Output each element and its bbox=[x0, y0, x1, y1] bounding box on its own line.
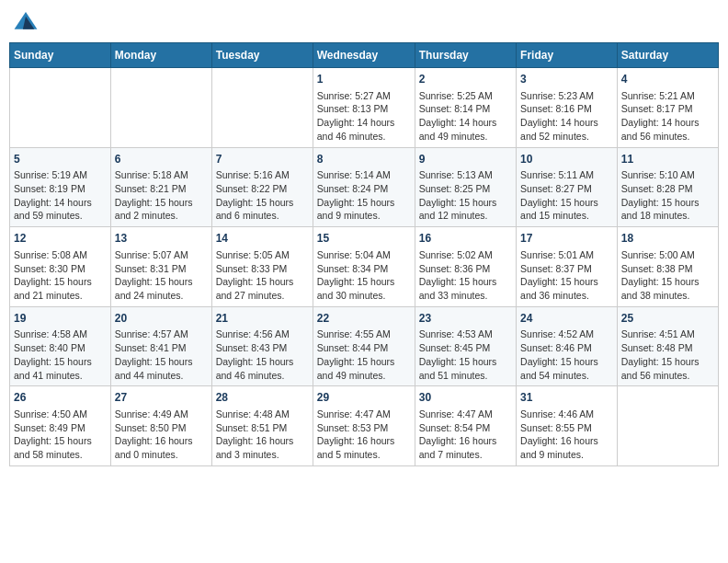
cell-line: Sunrise: 5:16 AM bbox=[216, 168, 309, 182]
calendar-cell: 25Sunrise: 4:51 AMSunset: 8:48 PMDayligh… bbox=[617, 306, 718, 386]
cell-line: and 2 minutes. bbox=[115, 209, 208, 223]
cell-line: and 27 minutes. bbox=[216, 289, 309, 303]
calendar-week-4: 19Sunrise: 4:58 AMSunset: 8:40 PMDayligh… bbox=[10, 306, 719, 386]
calendar-cell: 21Sunrise: 4:56 AMSunset: 8:43 PMDayligh… bbox=[211, 306, 313, 386]
calendar-cell: 7Sunrise: 5:16 AMSunset: 8:22 PMDaylight… bbox=[211, 147, 313, 227]
day-number: 13 bbox=[115, 231, 208, 247]
weekday-header-saturday: Saturday bbox=[617, 43, 718, 68]
day-number: 1 bbox=[317, 72, 411, 87]
cell-line: Daylight: 16 hours bbox=[419, 434, 512, 448]
cell-line: and 38 minutes. bbox=[621, 289, 714, 303]
cell-line: Daylight: 15 hours bbox=[520, 196, 613, 210]
cell-line: and 15 minutes. bbox=[520, 209, 613, 223]
cell-line: Sunrise: 4:47 AM bbox=[419, 408, 512, 421]
day-number: 14 bbox=[216, 231, 309, 247]
cell-line: Daylight: 16 hours bbox=[520, 434, 613, 448]
cell-line: Sunrise: 5:14 AM bbox=[317, 168, 411, 182]
cell-line: Sunrise: 5:01 AM bbox=[520, 248, 613, 262]
calendar-cell bbox=[211, 68, 313, 148]
calendar-cell: 10Sunrise: 5:11 AMSunset: 8:27 PMDayligh… bbox=[517, 147, 618, 227]
day-number: 29 bbox=[317, 390, 411, 406]
day-number: 19 bbox=[14, 311, 107, 327]
cell-line: and 59 minutes. bbox=[14, 209, 107, 223]
weekday-header-friday: Friday bbox=[517, 43, 618, 68]
cell-line: Sunset: 8:50 PM bbox=[115, 421, 208, 435]
calendar-cell: 14Sunrise: 5:05 AMSunset: 8:33 PMDayligh… bbox=[211, 227, 313, 307]
cell-line: and 46 minutes. bbox=[317, 130, 411, 144]
cell-line: Daylight: 16 hours bbox=[317, 434, 411, 448]
day-number: 22 bbox=[317, 311, 411, 327]
calendar-cell bbox=[10, 68, 111, 148]
cell-line: Sunset: 8:21 PM bbox=[115, 182, 208, 196]
cell-line: Sunset: 8:34 PM bbox=[317, 262, 411, 276]
cell-line: Sunset: 8:33 PM bbox=[216, 262, 309, 276]
cell-line: Sunset: 8:30 PM bbox=[14, 262, 107, 276]
cell-line: Daylight: 14 hours bbox=[520, 116, 613, 130]
cell-line: Daylight: 14 hours bbox=[317, 116, 411, 130]
calendar-cell: 11Sunrise: 5:10 AMSunset: 8:28 PMDayligh… bbox=[617, 147, 718, 227]
calendar-cell: 31Sunrise: 4:46 AMSunset: 8:55 PMDayligh… bbox=[517, 386, 618, 466]
cell-line: Sunset: 8:45 PM bbox=[419, 341, 512, 355]
cell-line: Daylight: 14 hours bbox=[621, 116, 714, 130]
calendar-cell: 3Sunrise: 5:23 AMSunset: 8:16 PMDaylight… bbox=[517, 68, 618, 148]
cell-line: Sunset: 8:44 PM bbox=[317, 341, 411, 355]
cell-line: Daylight: 16 hours bbox=[115, 434, 208, 448]
cell-line: and 36 minutes. bbox=[520, 289, 613, 303]
cell-line: Daylight: 15 hours bbox=[115, 196, 208, 210]
calendar-cell: 28Sunrise: 4:48 AMSunset: 8:51 PMDayligh… bbox=[211, 386, 313, 466]
cell-line: Daylight: 15 hours bbox=[216, 355, 309, 369]
day-number: 11 bbox=[621, 152, 714, 167]
cell-line: Sunrise: 4:50 AM bbox=[14, 408, 107, 421]
cell-line: Sunrise: 5:25 AM bbox=[419, 89, 512, 103]
day-number: 17 bbox=[520, 231, 613, 247]
day-number: 24 bbox=[520, 311, 613, 327]
cell-line: and 46 minutes. bbox=[216, 369, 309, 383]
cell-line: Daylight: 15 hours bbox=[419, 196, 512, 210]
cell-line: and 24 minutes. bbox=[115, 289, 208, 303]
day-number: 27 bbox=[115, 390, 208, 406]
cell-line: Daylight: 15 hours bbox=[115, 275, 208, 289]
calendar-cell: 15Sunrise: 5:04 AMSunset: 8:34 PMDayligh… bbox=[313, 227, 415, 307]
cell-line: Daylight: 15 hours bbox=[14, 355, 107, 369]
cell-line: Daylight: 15 hours bbox=[621, 196, 714, 210]
cell-line: Daylight: 15 hours bbox=[14, 434, 107, 448]
cell-line: Sunset: 8:49 PM bbox=[14, 421, 107, 435]
cell-line: and 12 minutes. bbox=[419, 209, 512, 223]
cell-line: Sunrise: 5:10 AM bbox=[621, 168, 714, 182]
day-number: 16 bbox=[419, 231, 512, 247]
weekday-header-wednesday: Wednesday bbox=[313, 43, 415, 68]
cell-line: and 7 minutes. bbox=[419, 448, 512, 462]
cell-line: Sunrise: 5:07 AM bbox=[115, 248, 208, 262]
calendar-cell: 27Sunrise: 4:49 AMSunset: 8:50 PMDayligh… bbox=[110, 386, 211, 466]
day-number: 3 bbox=[520, 72, 613, 87]
weekday-header-monday: Monday bbox=[110, 43, 211, 68]
cell-line: and 51 minutes. bbox=[419, 369, 512, 383]
day-number: 28 bbox=[216, 390, 309, 406]
cell-line: Daylight: 15 hours bbox=[621, 355, 714, 369]
cell-line: Sunset: 8:28 PM bbox=[621, 182, 714, 196]
day-number: 23 bbox=[419, 311, 512, 327]
logo-icon bbox=[13, 9, 39, 35]
cell-line: Sunset: 8:51 PM bbox=[216, 421, 309, 435]
cell-line: Sunset: 8:22 PM bbox=[216, 182, 309, 196]
calendar-cell: 17Sunrise: 5:01 AMSunset: 8:37 PMDayligh… bbox=[517, 227, 618, 307]
calendar-cell: 24Sunrise: 4:52 AMSunset: 8:46 PMDayligh… bbox=[517, 306, 618, 386]
cell-line: Sunrise: 5:19 AM bbox=[14, 168, 107, 182]
calendar-cell: 8Sunrise: 5:14 AMSunset: 8:24 PMDaylight… bbox=[313, 147, 415, 227]
day-number: 8 bbox=[317, 152, 411, 167]
cell-line: Daylight: 15 hours bbox=[419, 275, 512, 289]
cell-line: Daylight: 14 hours bbox=[14, 196, 107, 210]
cell-line: Sunrise: 4:52 AM bbox=[520, 327, 613, 341]
calendar-body: 1Sunrise: 5:27 AMSunset: 8:13 PMDaylight… bbox=[10, 68, 719, 466]
calendar-cell: 6Sunrise: 5:18 AMSunset: 8:21 PMDaylight… bbox=[110, 147, 211, 227]
cell-line: and 21 minutes. bbox=[14, 289, 107, 303]
cell-line: Daylight: 15 hours bbox=[216, 275, 309, 289]
cell-line: Sunset: 8:24 PM bbox=[317, 182, 411, 196]
cell-line: and 44 minutes. bbox=[115, 369, 208, 383]
cell-line: and 3 minutes. bbox=[216, 448, 309, 462]
cell-line: Sunrise: 4:47 AM bbox=[317, 408, 411, 421]
cell-line: Sunrise: 4:46 AM bbox=[520, 408, 613, 421]
cell-line: Sunrise: 4:49 AM bbox=[115, 408, 208, 421]
day-number: 12 bbox=[14, 231, 107, 247]
calendar-cell: 5Sunrise: 5:19 AMSunset: 8:19 PMDaylight… bbox=[10, 147, 111, 227]
